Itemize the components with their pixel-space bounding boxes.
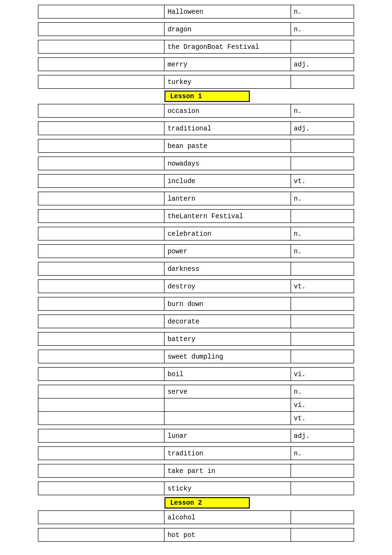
cell-pos <box>291 333 354 346</box>
table-row: boilvi. <box>38 368 354 381</box>
cell-pos <box>291 210 354 223</box>
table-row: dragonn. <box>38 23 354 36</box>
cell-english: serve <box>164 385 291 398</box>
cell-chinese <box>38 333 164 346</box>
cell-english: take part in <box>164 464 291 478</box>
cell-pos: adj. <box>291 122 354 135</box>
cell-chinese <box>38 528 164 542</box>
cell-pos: n. <box>291 385 354 398</box>
cell-pos <box>291 139 354 153</box>
table-row: traditionaladj. <box>38 122 354 135</box>
spacer-row <box>38 240 354 245</box>
cell-chinese <box>38 139 164 153</box>
spacer-row <box>38 478 354 482</box>
cell-chinese <box>38 297 164 311</box>
table-row: burn down <box>38 297 354 311</box>
cell-chinese <box>38 429 164 443</box>
cell-pos <box>291 315 354 328</box>
table-row: turkey <box>38 75 354 89</box>
vocab-table: Halloweenn.dragonn.the DragonBoat Festiv… <box>38 5 354 542</box>
cell-pos <box>291 297 354 311</box>
table-row: includevt. <box>38 175 354 188</box>
cell-pos <box>291 75 354 89</box>
cell-english: include <box>164 175 291 188</box>
cell-english: darkness <box>164 262 291 276</box>
cell-pos: n. <box>291 227 354 240</box>
cell-english: merry <box>164 58 291 71</box>
table-row: vt. <box>38 412 354 425</box>
spacer-row <box>38 54 354 58</box>
cell-pos <box>291 464 354 478</box>
cell-pos: adj. <box>291 429 354 443</box>
cell-english: Halloween <box>164 5 291 18</box>
cell-chinese <box>38 175 164 188</box>
cell-english: tradition <box>164 447 291 460</box>
table-row: theLantern Festival <box>38 210 354 223</box>
spacer-row <box>38 346 354 350</box>
spacer-row <box>38 153 354 157</box>
cell-pos <box>291 262 354 276</box>
spacer-row <box>38 460 354 464</box>
spacer-row <box>38 71 354 75</box>
cell-chinese <box>38 464 164 478</box>
cell-english: dragon <box>164 23 291 36</box>
cell-chinese <box>38 511 164 524</box>
cell-english: destroy <box>164 280 291 293</box>
cell-pos <box>291 482 354 495</box>
table-row: decorate <box>38 315 354 328</box>
table-row: lunaradj. <box>38 429 354 443</box>
cell-english: traditional <box>164 122 291 135</box>
table-row: sticky <box>38 482 354 495</box>
cell-pos <box>291 350 354 363</box>
cell-chinese <box>38 40 164 54</box>
spacer-row <box>38 135 354 139</box>
cell-english <box>164 412 291 425</box>
cell-english: the DragonBoat Festival <box>164 40 291 54</box>
cell-english: lantern <box>164 192 291 205</box>
cell-chinese <box>38 262 164 276</box>
cell-chinese <box>38 23 164 36</box>
cell-chinese <box>38 58 164 71</box>
cell-chinese <box>38 192 164 205</box>
spacer-row <box>38 118 354 122</box>
spacer-row <box>38 276 354 280</box>
cell-english: bean paste <box>164 139 291 153</box>
cell-chinese <box>38 280 164 293</box>
cell-english: lunar <box>164 429 291 443</box>
table-row: bean paste <box>38 139 354 153</box>
cell-english: alcohol <box>164 511 291 524</box>
lesson-label: Lesson 2 <box>164 497 250 509</box>
cell-english: battery <box>164 333 291 346</box>
cell-pos: vt. <box>291 280 354 293</box>
table-row: darkness <box>38 262 354 276</box>
cell-english: theLantern Festival <box>164 210 291 223</box>
table-row: merryadj. <box>38 58 354 71</box>
cell-pos <box>291 157 354 170</box>
spacer-row <box>38 381 354 385</box>
table-row: hot pot <box>38 528 354 542</box>
spacer-row <box>38 258 354 262</box>
table-row: serven. <box>38 385 354 398</box>
cell-english: occasion <box>164 104 291 118</box>
spacer-row <box>38 328 354 333</box>
cell-pos <box>291 528 354 542</box>
cell-pos: n. <box>291 447 354 460</box>
table-row: celebrationn. <box>38 227 354 240</box>
table-row: the DragonBoat Festival <box>38 40 354 54</box>
cell-english: boil <box>164 368 291 381</box>
spacer-row <box>38 311 354 315</box>
cell-chinese <box>38 5 164 18</box>
lesson-label: Lesson 1 <box>164 91 250 102</box>
cell-chinese <box>38 104 164 118</box>
cell-chinese <box>38 245 164 258</box>
cell-english: nowadays <box>164 157 291 170</box>
spacer-row <box>38 443 354 447</box>
cell-chinese <box>38 350 164 363</box>
cell-pos: n. <box>291 192 354 205</box>
cell-english: turkey <box>164 75 291 89</box>
spacer-row <box>38 188 354 192</box>
cell-english: decorate <box>164 315 291 328</box>
cell-chinese <box>38 227 164 240</box>
cell-pos <box>291 511 354 524</box>
table-row: occasionn. <box>38 104 354 118</box>
